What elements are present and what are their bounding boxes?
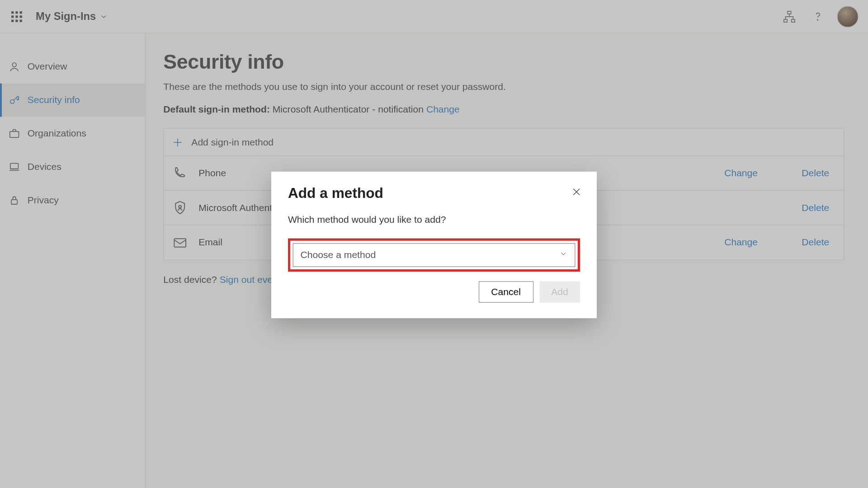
method-select[interactable]: Choose a method [292,243,575,267]
add-method-dialog: Add a method Which method would you like… [271,172,597,318]
dialog-subtitle: Which method would you like to add? [288,215,580,225]
add-button-label: Add [551,286,568,297]
highlight-annotation: Choose a method [288,238,580,272]
add-button: Add [539,281,580,302]
dialog-actions: Cancel Add [288,281,580,302]
chevron-down-icon [559,250,567,261]
modal-overlay[interactable]: Add a method Which method would you like… [0,0,868,488]
close-icon [571,187,582,197]
select-placeholder: Choose a method [301,250,376,261]
cancel-button[interactable]: Cancel [479,281,533,302]
dialog-title: Add a method [288,185,580,202]
close-dialog-button[interactable] [568,183,585,200]
cancel-button-label: Cancel [491,286,521,297]
